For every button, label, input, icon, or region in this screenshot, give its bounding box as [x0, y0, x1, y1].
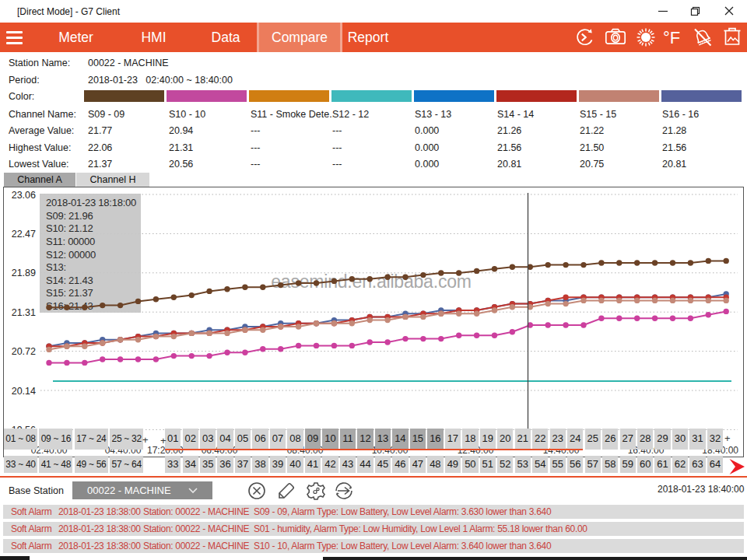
svg-text:21.31: 21.31	[12, 307, 36, 318]
svg-text:S14: 21.43: S14: 21.43	[46, 275, 93, 286]
svg-text:S09: 21.96: S09: 21.96	[46, 210, 93, 222]
svg-text:22.47: 22.47	[12, 229, 36, 240]
svg-text:23.06: 23.06	[12, 190, 36, 201]
svg-text:S12: 00000: S12: 00000	[46, 249, 96, 261]
svg-text:S15: 21.37: S15: 21.37	[46, 287, 93, 299]
svg-text:°F: °F	[663, 28, 680, 47]
svg-text:2018-01-23 18:18:00: 2018-01-23 18:18:00	[46, 197, 136, 208]
svg-text:S10: 21.12: S10: 21.12	[46, 222, 93, 234]
svg-text:20.14: 20.14	[12, 386, 36, 397]
svg-text:S11: 00000: S11: 00000	[46, 236, 95, 247]
svg-text:21.89: 21.89	[12, 268, 36, 278]
svg-text:S13:: S13:	[46, 261, 66, 273]
svg-text:20.72: 20.72	[12, 346, 36, 357]
